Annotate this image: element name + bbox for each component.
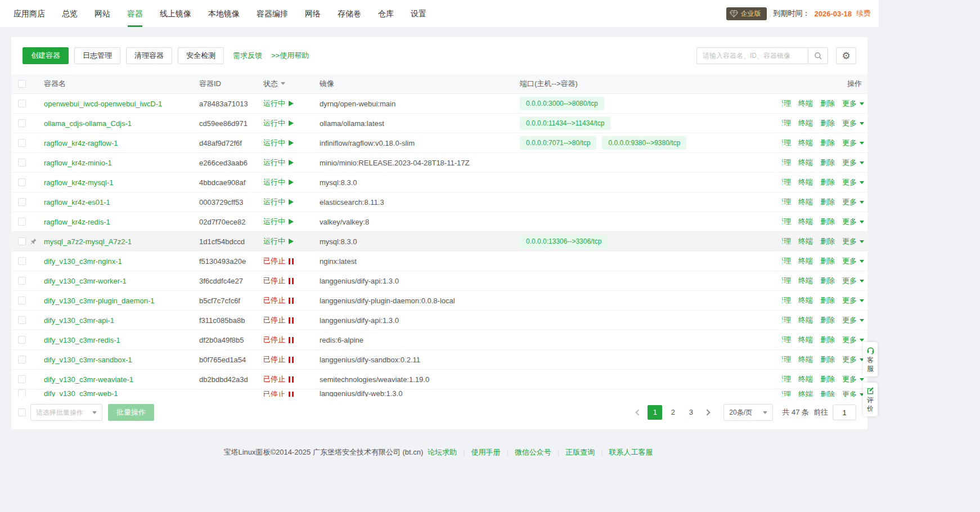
prev-page-button[interactable]: [631, 405, 646, 420]
action-terminal[interactable]: 终端: [798, 256, 813, 266]
page-number[interactable]: 2: [666, 405, 680, 420]
container-name-link[interactable]: openwebui_iwcd-openwebui_iwcD-1: [44, 100, 162, 108]
action-terminal[interactable]: 终端: [798, 236, 813, 246]
page-number[interactable]: 1: [648, 405, 662, 420]
action-more[interactable]: 更多: [842, 354, 864, 365]
action-manage[interactable]: 管理: [782, 158, 791, 168]
security-check-button[interactable]: 安全检测: [178, 47, 224, 64]
action-manage[interactable]: 管理: [782, 98, 791, 109]
action-more[interactable]: 更多: [842, 315, 864, 325]
goto-page-input[interactable]: [833, 405, 856, 420]
action-terminal[interactable]: 终端: [798, 118, 813, 128]
action-manage[interactable]: 管理: [782, 354, 791, 365]
action-more[interactable]: 更多: [842, 276, 864, 286]
container-name-link[interactable]: ragflow_kr4z-ragflow-1: [44, 139, 118, 147]
action-more[interactable]: 更多: [842, 197, 864, 207]
action-manage[interactable]: 管理: [782, 295, 791, 306]
action-terminal[interactable]: 终端: [798, 315, 813, 325]
action-manage[interactable]: 管理: [782, 138, 791, 148]
feedback-link[interactable]: 需求反馈: [233, 51, 262, 61]
action-more[interactable]: 更多: [842, 217, 864, 227]
action-more[interactable]: 更多: [842, 335, 864, 345]
action-terminal[interactable]: 终端: [798, 98, 813, 109]
container-name-link[interactable]: ragflow_kr4z-redis-1: [44, 218, 110, 226]
create-container-button[interactable]: 创建容器: [23, 47, 69, 64]
row-checkbox[interactable]: [18, 139, 26, 147]
action-manage[interactable]: 管理: [782, 177, 791, 187]
nav-item[interactable]: 本地镜像: [208, 0, 240, 27]
row-checkbox[interactable]: [18, 277, 26, 285]
container-name-link[interactable]: dify_v130_c3mr-worker-1: [44, 277, 127, 285]
action-delete[interactable]: 删除: [820, 295, 835, 306]
nav-item[interactable]: 总览: [62, 0, 78, 27]
container-name-link[interactable]: ragflow_kr4z-minio-1: [44, 159, 112, 167]
select-all-checkbox[interactable]: [18, 80, 26, 88]
row-checkbox[interactable]: [18, 257, 26, 265]
action-more[interactable]: 更多: [842, 138, 864, 148]
column-header-status[interactable]: 状态: [263, 79, 320, 89]
nav-item[interactable]: 网络: [305, 0, 321, 27]
row-checkbox[interactable]: [18, 119, 26, 127]
search-input[interactable]: [696, 47, 808, 64]
container-name-link[interactable]: mysql_a7z2-mysql_A7z2-1: [44, 237, 132, 246]
action-manage[interactable]: 管理: [782, 276, 791, 286]
page-size-select[interactable]: 20条/页: [723, 404, 773, 421]
settings-button[interactable]: ⚙: [836, 47, 856, 64]
action-terminal[interactable]: 终端: [798, 177, 813, 187]
footer-link[interactable]: 微信公众号: [515, 448, 551, 456]
action-delete[interactable]: 删除: [820, 217, 835, 227]
action-terminal[interactable]: 终端: [798, 138, 813, 148]
action-delete[interactable]: 删除: [820, 276, 835, 286]
batch-action-select[interactable]: 请选择批量操作: [30, 404, 102, 421]
action-delete[interactable]: 删除: [820, 158, 835, 168]
row-checkbox[interactable]: [18, 218, 26, 226]
action-terminal[interactable]: 终端: [798, 217, 813, 227]
footer-link[interactable]: 正版查询: [565, 448, 595, 456]
feedback-widget[interactable]: 评价: [863, 383, 878, 416]
action-terminal[interactable]: 终端: [798, 197, 813, 207]
container-name-link[interactable]: dify_v130_c3mr-sandbox-1: [44, 356, 132, 364]
action-manage[interactable]: 管理: [782, 256, 791, 266]
action-more[interactable]: 更多: [842, 295, 864, 306]
container-name-link[interactable]: dify_v130_c3mr-nginx-1: [44, 257, 122, 266]
action-delete[interactable]: 删除: [820, 374, 835, 384]
action-delete[interactable]: 删除: [820, 335, 835, 345]
action-more[interactable]: 更多: [842, 374, 864, 384]
row-checkbox[interactable]: [18, 159, 26, 167]
customer-service-widget[interactable]: 客服: [863, 342, 878, 376]
nav-item[interactable]: 应用商店: [14, 0, 45, 27]
container-name-link[interactable]: dify_v130_c3mr-api-1: [44, 316, 114, 325]
action-terminal[interactable]: 终端: [798, 276, 813, 286]
action-manage[interactable]: 管理: [782, 197, 791, 207]
nav-item[interactable]: 仓库: [378, 0, 394, 27]
nav-item[interactable]: 存储卷: [338, 0, 361, 27]
action-terminal[interactable]: 终端: [798, 295, 813, 306]
action-terminal[interactable]: 终端: [798, 374, 813, 384]
row-checkbox[interactable]: [18, 297, 26, 304]
action-delete[interactable]: 删除: [820, 315, 835, 325]
action-manage[interactable]: 管理: [782, 236, 791, 246]
nav-item[interactable]: 容器: [127, 0, 143, 27]
help-link[interactable]: >>使用帮助: [271, 51, 309, 61]
row-checkbox[interactable]: [18, 198, 26, 206]
next-page-button[interactable]: [700, 405, 714, 420]
action-more[interactable]: 更多: [842, 158, 864, 168]
nav-item[interactable]: 线上镜像: [160, 0, 191, 27]
log-manage-button[interactable]: 日志管理: [74, 47, 120, 64]
row-checkbox[interactable]: [18, 336, 26, 344]
action-delete[interactable]: 删除: [820, 389, 835, 397]
action-terminal[interactable]: 终端: [798, 389, 813, 397]
footer-link[interactable]: 联系人工客服: [609, 448, 653, 456]
action-more[interactable]: 更多: [842, 256, 864, 266]
row-checkbox[interactable]: [18, 375, 26, 383]
footer-link[interactable]: 使用手册: [471, 448, 500, 456]
clean-container-button[interactable]: 清理容器: [126, 47, 172, 64]
container-name-link[interactable]: dify_v130_c3mr-weaviate-1: [44, 375, 133, 384]
bottom-select-all-checkbox[interactable]: [18, 408, 26, 416]
action-more[interactable]: 更多: [842, 177, 864, 187]
row-checkbox[interactable]: [18, 178, 26, 186]
renew-link[interactable]: 续费: [856, 8, 871, 19]
row-checkbox[interactable]: [18, 356, 26, 363]
action-terminal[interactable]: 终端: [798, 158, 813, 168]
action-more[interactable]: 更多: [842, 118, 864, 128]
